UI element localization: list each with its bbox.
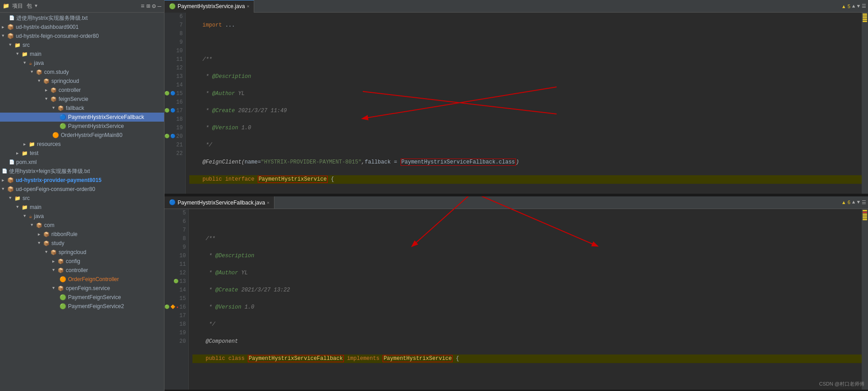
bottom-editor-pane: 🔵 PaymentHystrixServiceFallback.java ✕ ▲… [164,196,868,391]
expand-icon: ▼ [52,106,57,110]
tree-item-controller[interactable]: ▶ 📦 controller [0,86,164,95]
java-class-icon-orange: 🟠 [59,276,66,283]
tree-item-dashboard[interactable]: ▶ 📦 ud-hystrix-dashboard9001 [0,23,164,32]
code-line-b6: /** [192,235,862,243]
tree-item-main2[interactable]: ▼ 📁 main [0,203,164,212]
warning-count-top: ▲ 5 [841,4,850,9]
expand-icon: ▼ [38,79,42,83]
expand-icon: ▶ [2,25,6,30]
top-tab-bar: 🟢 PaymentHystrixService.java ✕ ▲ 5 ▲ ▼ ☰ [164,0,868,13]
tree-item-resources[interactable]: ▶ 📁 resources [0,140,164,149]
sidebar-title: 项目 [12,2,23,10]
top-editor-menu[interactable]: ☰ [862,3,866,9]
package-icon: 📦 [58,268,64,273]
tree-item-feignservcie[interactable]: ▼ 📦 feignServcie [0,95,164,104]
tree-item-ribbonrule[interactable]: ▶ 📦 ribbonRule [0,230,164,239]
bottom-editor-menu[interactable]: ☰ [862,200,866,205]
tab-payment-hystrix-service[interactable]: 🟢 PaymentHystrixService.java ✕ [164,0,254,13]
warning-marker [863,19,867,20]
package-icon: 📦 [36,69,42,75]
tree-item-txt1[interactable]: 📄 进使用hystrix实现服务降级.txt [0,14,164,23]
code-line-b11: */ [192,320,862,329]
sidebar-settings-icon[interactable]: ⚙ [152,2,155,10]
expand-icon: ▼ [45,250,50,255]
tree-item-springcloud2[interactable]: ▼ 📦 springcloud [0,248,164,257]
expand-icon: ▶ [2,178,6,183]
folder-icon: 📁 [22,205,28,210]
expand-icon: ▼ [16,52,21,56]
top-right-gutter [862,13,868,194]
tree-item-springcloud[interactable]: ▼ 📦 springcloud [0,77,164,86]
java-main-icon: 🟠 [52,132,59,139]
tree-item-fallback-class[interactable]: 🔵 PaymentHystrixServiceFallback [0,113,164,122]
tree-item-service-interface[interactable]: 🟢 PaymentHystrixService [0,122,164,131]
code-line-b8: * @Author YL [192,269,862,277]
tree-item-src[interactable]: ▼ 📁 src [0,41,164,50]
top-editor-toolbar-right: ▲ 5 ▲ ▼ ☰ [841,3,868,9]
package-icon: 📦 [58,259,64,264]
warning-marker [863,14,867,15]
watermark: CSDN @村口老师傅 [819,381,864,387]
tree-item-consumer80[interactable]: ▼ 📦 ud-hystrix-feign-consumer-order80 [0,32,164,41]
sidebar-menu-icon[interactable]: ≡ [141,3,144,10]
sidebar-layout-icon[interactable]: ⊞ [146,2,150,10]
expand-icon: ▼ [45,97,50,101]
tree-item-study[interactable]: ▼ 📦 study [0,239,164,248]
warning-marker [863,17,867,18]
expand-icon: ▶ [45,88,50,93]
expand-icon: ▼ [52,286,57,291]
error-marker [863,212,867,213]
package-icon: 📦 [43,241,50,246]
tree-item-orderfeign[interactable]: 🟠 OrderFeignController [0,275,164,284]
tree-item-test[interactable]: ▶ 📁 test [0,149,164,158]
java-interface-icon: 🟢 [59,294,66,301]
warning-marker [863,215,867,217]
tab-close-button[interactable]: ✕ [267,200,270,205]
code-line-b7: * @Description [192,252,862,260]
module-icon: 📦 [7,186,14,193]
tree-item-provider[interactable]: ▶ 📦 ud-hystrix-provider-payment8015 [0,176,164,185]
tree-item-fallback[interactable]: ▼ 📦 fallback [0,104,164,113]
tab-payment-hystrix-fallback[interactable]: 🔵 PaymentHystrixServiceFallback.java ✕ [164,196,274,209]
expand-icon: ▶ [38,232,42,237]
java-interface-icon: 🟢 [59,303,66,310]
file-tree: 📄 进使用hystrix实现服务降级.txt ▶ 📦 ud-hystrix-da… [0,13,164,391]
tab-label: PaymentHystrixService.java [178,3,245,9]
tab-close-button[interactable]: ✕ [247,4,249,9]
expand-icon: ▼ [2,187,6,191]
sidebar-dropdown-icon[interactable]: ▼ [35,4,37,9]
tree-item-java2[interactable]: ▼ ☕ java [0,212,164,221]
tree-item-pom[interactable]: 📄 pom.xml [0,158,164,167]
tree-item-paymentfeignservice2[interactable]: 🟢 PaymentFeignService2 [0,302,164,311]
tree-item-orderhystrix[interactable]: 🟠 OrderHystrixFeignMain80 [0,131,164,140]
sidebar-minimize-icon[interactable]: — [158,3,161,10]
scroll-up-icon[interactable]: ▲ [852,200,855,205]
java-class-icon: 🔵 [59,114,66,121]
folder-icon: 📁 [14,42,21,48]
folder-icon: 📁 [29,141,35,147]
scroll-up-icon[interactable]: ▲ [852,4,855,9]
tree-item-java[interactable]: ▼ ☕ java [0,59,164,68]
tree-item-com[interactable]: ▼ 📦 com [0,221,164,230]
tree-item-src2[interactable]: ▼ 📁 src [0,194,164,203]
expand-icon: ▼ [23,214,28,218]
tree-item-openfeign-service[interactable]: ▼ 📦 openFeign.service [0,284,164,293]
tree-item-com-study[interactable]: ▼ 📦 com.study [0,68,164,77]
tree-item-main[interactable]: ▼ 📁 main [0,50,164,59]
scroll-down-icon[interactable]: ▼ [857,200,860,205]
warning-marker [863,219,867,220]
sidebar-toolbar: 📁 项目 包 ▼ ≡ ⊞ ⚙ — [0,0,164,13]
tree-item-openfeign[interactable]: ▼ 📦 ud-openFeign-consumer-order80 [0,185,164,194]
folder-icon: 📁 [3,3,9,9]
tree-item-txt2[interactable]: 📄 使用hystrix+feign实现服务降级.txt [0,167,164,176]
tree-item-controller2[interactable]: ▼ 📦 controller [0,266,164,275]
sidebar-package-label: 包 [27,2,32,10]
code-line-b13: public class PaymentHystrixServiceFallba… [192,355,862,363]
tree-item-config[interactable]: ▶ 📦 config [0,257,164,266]
folder-icon: 📁 [14,196,21,201]
tree-item-paymentfeignservice[interactable]: 🟢 PaymentFeignService [0,293,164,302]
code-line-7 [189,38,862,47]
tab-file-icon: 🟢 [169,3,176,10]
code-line-6: import ... [189,21,862,30]
scroll-down-icon[interactable]: ▼ [857,4,860,9]
